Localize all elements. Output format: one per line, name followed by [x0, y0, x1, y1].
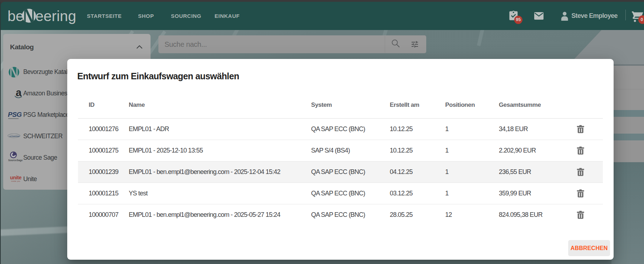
- svg-text:schweitzer: schweitzer: [9, 135, 20, 137]
